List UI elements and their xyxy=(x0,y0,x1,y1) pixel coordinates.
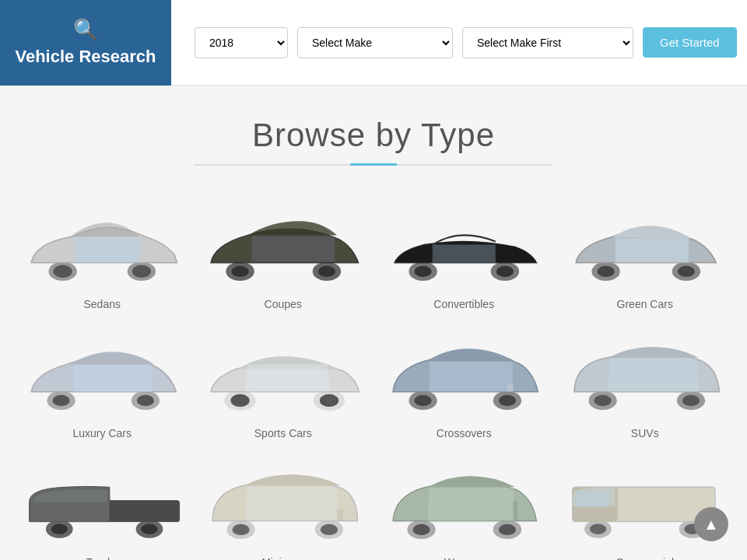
vehicle-card-minivans[interactable]: Minivans xyxy=(197,455,370,560)
svg-point-17 xyxy=(52,395,69,406)
vehicle-card-sports-cars[interactable]: Sports Cars xyxy=(197,326,370,447)
vehicle-label-luxury-cars: Luxury Cars xyxy=(73,427,132,439)
vehicle-image-minivans xyxy=(205,463,363,548)
svg-point-27 xyxy=(499,395,516,406)
divider-line-right xyxy=(397,164,552,166)
vehicle-image-wagons xyxy=(385,463,543,548)
svg-point-15 xyxy=(677,266,694,277)
year-select[interactable]: 2018 2019 2017 2016 2015 xyxy=(195,27,288,58)
svg-rect-48 xyxy=(513,502,517,521)
vehicle-image-luxury-cars xyxy=(23,334,181,419)
vehicle-card-green-cars[interactable]: Green Cars xyxy=(559,197,732,318)
vehicle-label-commercial: Commercial xyxy=(615,556,674,560)
vehicle-grid: Sedans Coupes Convertibles Green Cars xyxy=(16,197,731,560)
main-content: Browse by Type Sedans Coupes xyxy=(0,86,747,560)
vehicle-label-convertibles: Convertibles xyxy=(433,298,494,310)
chevron-up-icon: ▲ xyxy=(703,516,719,534)
browse-title: Browse by Type xyxy=(16,117,731,154)
svg-rect-55 xyxy=(575,491,608,507)
vehicle-image-green-cars xyxy=(566,205,724,290)
vehicle-card-suvs[interactable]: SUVs xyxy=(559,326,732,447)
vehicle-card-luxury-cars[interactable]: Luxury Cars xyxy=(16,326,189,447)
svg-point-3 xyxy=(132,265,151,278)
svg-point-13 xyxy=(597,266,614,277)
svg-point-50 xyxy=(589,523,605,534)
vehicle-card-crossovers[interactable]: Crossovers xyxy=(377,326,551,447)
vehicle-label-wagons: Wagons xyxy=(444,556,484,560)
vehicle-image-convertibles xyxy=(385,205,543,290)
svg-point-25 xyxy=(414,395,431,406)
vehicle-card-wagons[interactable]: Wagons xyxy=(377,455,551,560)
get-started-button[interactable]: Get Started xyxy=(643,27,737,58)
brand-panel: 🔍 Vehicle Research xyxy=(0,0,171,86)
search-icon: 🔍 xyxy=(73,18,98,42)
vehicle-label-trucks: Trucks xyxy=(86,556,118,560)
vehicle-label-coupes: Coupes xyxy=(265,298,302,310)
header-controls: 2018 2019 2017 2016 2015 Select Make Sel… xyxy=(171,27,747,58)
svg-point-1 xyxy=(53,265,72,278)
svg-point-19 xyxy=(137,395,154,406)
svg-point-32 xyxy=(682,395,699,406)
svg-point-7 xyxy=(317,266,335,277)
vehicle-image-sedans xyxy=(23,205,181,290)
svg-point-30 xyxy=(594,395,611,406)
make-select[interactable]: Select Make xyxy=(297,27,453,58)
vehicle-card-coupes[interactable]: Coupes xyxy=(197,197,370,318)
vehicle-label-suvs: SUVs xyxy=(631,427,659,439)
vehicle-image-suvs xyxy=(566,334,724,419)
svg-rect-28 xyxy=(507,384,514,392)
svg-point-42 xyxy=(320,524,337,535)
vehicle-image-coupes xyxy=(205,205,363,290)
svg-point-21 xyxy=(230,394,249,407)
svg-point-9 xyxy=(414,266,431,277)
vehicle-label-green-cars: Green Cars xyxy=(617,298,673,310)
vehicle-label-sports-cars: Sports Cars xyxy=(254,427,312,439)
vehicle-image-trucks xyxy=(23,463,181,548)
vehicle-image-crossovers xyxy=(385,334,543,419)
vehicle-card-convertibles[interactable]: Convertibles xyxy=(377,197,551,318)
vehicle-label-sedans: Sedans xyxy=(84,298,121,310)
vehicle-card-sedans[interactable]: Sedans xyxy=(16,197,189,318)
header: 🔍 Vehicle Research 2018 2019 2017 2016 2… xyxy=(0,0,747,86)
vehicle-label-crossovers: Crossovers xyxy=(437,427,492,439)
vehicle-card-trucks[interactable]: Trucks xyxy=(16,455,189,560)
divider-accent xyxy=(350,163,397,166)
svg-point-40 xyxy=(232,524,249,535)
vehicle-image-sports-cars xyxy=(205,334,363,419)
svg-point-23 xyxy=(319,394,338,407)
svg-point-36 xyxy=(141,523,157,534)
svg-point-5 xyxy=(231,266,248,277)
svg-point-45 xyxy=(412,524,430,535)
svg-point-34 xyxy=(51,523,68,534)
svg-point-11 xyxy=(496,266,514,277)
svg-point-47 xyxy=(499,524,516,535)
browse-divider xyxy=(16,163,731,166)
svg-rect-43 xyxy=(337,509,343,521)
vehicle-label-minivans: Minivans xyxy=(261,556,304,560)
scroll-top-button[interactable]: ▲ xyxy=(694,507,728,541)
model-select[interactable]: Select Make First xyxy=(462,27,633,58)
svg-rect-38 xyxy=(110,500,180,521)
brand-title: Vehicle Research xyxy=(15,47,156,67)
divider-line-left xyxy=(195,164,350,166)
